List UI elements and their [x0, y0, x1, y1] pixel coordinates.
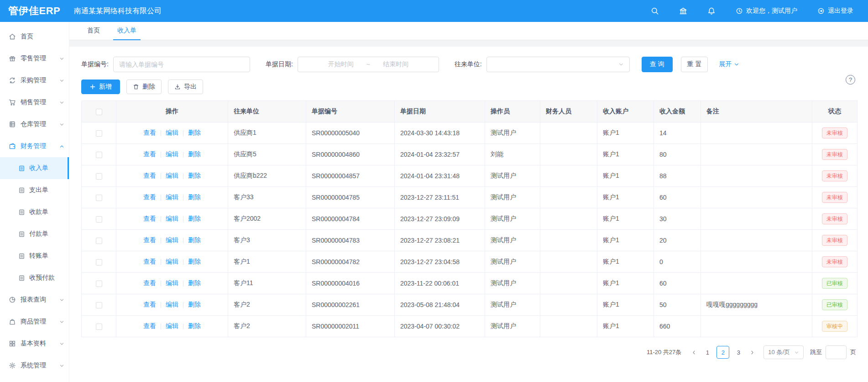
- add-button-label: 新增: [99, 83, 112, 91]
- chevron-down-icon: [794, 350, 799, 355]
- page-button-3[interactable]: 3: [732, 346, 745, 359]
- view-link[interactable]: 查看: [143, 236, 156, 244]
- sidebar-item-purchase[interactable]: 采购管理: [0, 69, 69, 91]
- bill-no-input[interactable]: [113, 57, 250, 72]
- sidebar-subitem-advance[interactable]: 收预付款: [0, 267, 69, 289]
- edit-link[interactable]: 编辑: [166, 258, 178, 265]
- row-checkbox[interactable]: [96, 152, 102, 158]
- prev-page-icon[interactable]: [688, 346, 700, 359]
- row-checkbox[interactable]: [96, 281, 102, 287]
- action-divider: [183, 216, 183, 222]
- row-checkbox[interactable]: [96, 195, 102, 201]
- row-checkbox[interactable]: [96, 173, 102, 180]
- bell-icon[interactable]: [707, 7, 716, 15]
- sidebar-item-home[interactable]: 首页: [0, 26, 69, 48]
- delete-link[interactable]: 删除: [188, 150, 201, 158]
- cell-status: 未审核: [812, 122, 858, 144]
- sales-icon: [9, 99, 16, 106]
- view-link[interactable]: 查看: [143, 193, 156, 201]
- sidebar-item-sales[interactable]: 销售管理: [0, 91, 69, 113]
- delete-link[interactable]: 删除: [188, 258, 201, 265]
- page-button-1[interactable]: 1: [701, 346, 714, 359]
- view-link[interactable]: 查看: [143, 258, 156, 265]
- date-separator: ~: [366, 61, 370, 68]
- sidebar-subitem-payment[interactable]: 付款单: [0, 223, 69, 245]
- cell-remark: [701, 165, 812, 187]
- action-divider: [161, 152, 161, 158]
- search-icon[interactable]: [651, 7, 659, 15]
- next-page-icon[interactable]: [746, 346, 758, 359]
- edit-link[interactable]: 编辑: [166, 301, 178, 308]
- sidebar-item-goods[interactable]: 商品管理: [0, 311, 69, 333]
- row-checkbox[interactable]: [96, 324, 102, 330]
- row-checkbox[interactable]: [96, 238, 102, 244]
- edit-link[interactable]: 编辑: [166, 279, 178, 286]
- bank-icon[interactable]: [679, 7, 687, 15]
- delete-button[interactable]: 删除: [126, 80, 162, 94]
- clock-icon: [736, 7, 743, 15]
- edit-link[interactable]: 编辑: [166, 193, 178, 201]
- cell-partner: 客户1: [228, 251, 306, 273]
- row-checkbox[interactable]: [96, 216, 102, 223]
- view-link[interactable]: 查看: [143, 129, 156, 136]
- view-link[interactable]: 查看: [143, 301, 156, 308]
- reset-button[interactable]: 重 置: [681, 57, 708, 72]
- sidebar-subitem-income[interactable]: 收入单: [0, 157, 69, 179]
- row-checkbox[interactable]: [96, 259, 102, 265]
- expand-text: 展开: [719, 60, 732, 69]
- expand-link[interactable]: 展开: [719, 60, 739, 69]
- delete-link[interactable]: 删除: [188, 279, 201, 286]
- edit-link[interactable]: 编辑: [166, 129, 178, 136]
- delete-link[interactable]: 删除: [188, 215, 201, 222]
- tab-income[interactable]: 收入单: [113, 27, 141, 40]
- view-link[interactable]: 查看: [143, 150, 156, 158]
- edit-link[interactable]: 编辑: [166, 215, 178, 222]
- sidebar-subitem-receipt[interactable]: 收款单: [0, 201, 69, 223]
- page-size-select[interactable]: 10 条/页: [763, 345, 804, 359]
- welcome-text: 欢迎您，测试用户: [746, 7, 797, 15]
- row-checkbox[interactable]: [96, 302, 102, 308]
- delete-link[interactable]: 删除: [188, 236, 201, 244]
- delete-button-label: 删除: [142, 83, 155, 91]
- cell-partner: 客户11: [228, 273, 306, 294]
- delete-link[interactable]: 删除: [188, 301, 201, 308]
- sidebar-item-basedata[interactable]: 基本资料: [0, 333, 69, 355]
- welcome-user[interactable]: 欢迎您，测试用户: [736, 7, 797, 15]
- chevron-down-icon: [734, 62, 739, 67]
- help-icon[interactable]: ?: [846, 75, 855, 85]
- cell-amount: 0: [654, 251, 701, 273]
- view-link[interactable]: 查看: [143, 322, 156, 329]
- sidebar-item-retail[interactable]: 零售管理: [0, 48, 69, 69]
- sidebar-item-system[interactable]: 系统管理: [0, 355, 69, 377]
- delete-link[interactable]: 删除: [188, 172, 201, 179]
- sidebar-subitem-transfer[interactable]: 转账单: [0, 245, 69, 267]
- add-button[interactable]: 新增: [81, 80, 120, 94]
- row-checkbox[interactable]: [96, 130, 102, 137]
- edit-link[interactable]: 编辑: [166, 172, 178, 179]
- page-button-2[interactable]: 2: [716, 346, 729, 359]
- sidebar-item-finance[interactable]: 财务管理: [0, 135, 69, 157]
- view-link[interactable]: 查看: [143, 215, 156, 222]
- date-range-picker[interactable]: 开始时间 ~ 结束时间: [298, 57, 439, 72]
- jump-page-input[interactable]: [826, 345, 847, 359]
- delete-link[interactable]: 删除: [188, 129, 201, 136]
- partner-select[interactable]: [486, 57, 630, 72]
- sidebar-item-warehouse[interactable]: 仓库管理: [0, 113, 69, 135]
- tab-home[interactable]: 首页: [83, 27, 104, 40]
- sidebar-subitem-expense[interactable]: 支出单: [0, 179, 69, 201]
- edit-link[interactable]: 编辑: [166, 322, 178, 329]
- status-badge: 未审核: [822, 127, 847, 138]
- edit-link[interactable]: 编辑: [166, 236, 178, 244]
- view-link[interactable]: 查看: [143, 172, 156, 179]
- search-button[interactable]: 查 询: [642, 57, 673, 72]
- view-link[interactable]: 查看: [143, 279, 156, 286]
- delete-link[interactable]: 删除: [188, 322, 201, 329]
- action-divider: [183, 302, 183, 308]
- sidebar-item-report[interactable]: 报表查询: [0, 289, 69, 311]
- delete-link[interactable]: 删除: [188, 193, 201, 201]
- select-all-checkbox[interactable]: [96, 109, 102, 115]
- edit-link[interactable]: 编辑: [166, 150, 178, 158]
- export-button[interactable]: 导出: [168, 80, 203, 94]
- cell-operator: 测试用户: [485, 165, 540, 187]
- logout-button[interactable]: 退出登录: [817, 7, 853, 15]
